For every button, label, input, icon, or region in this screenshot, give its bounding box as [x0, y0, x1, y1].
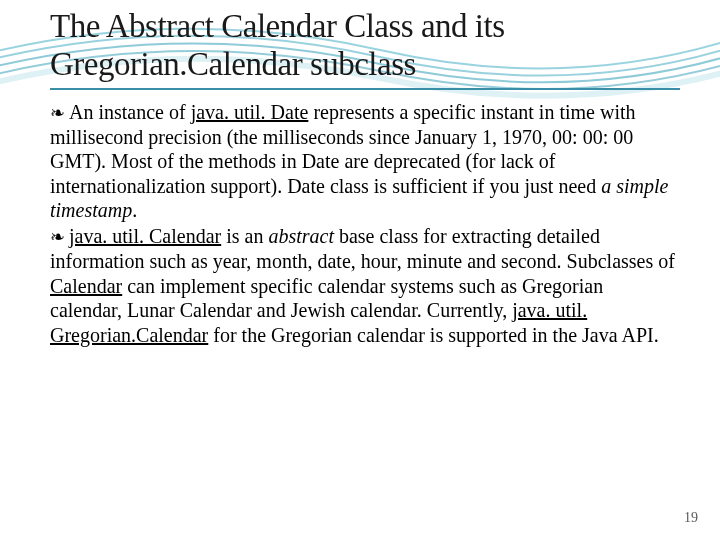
p2-text-d: for the Gregorian calendar is supported … [208, 324, 658, 346]
slide-title: The Abstract Calendar Class and its Greg… [50, 8, 680, 90]
slide-body: ❧An instance of java. util. Date represe… [50, 100, 680, 347]
paragraph-1: ❧An instance of java. util. Date represe… [50, 100, 680, 223]
p1-text-a: An instance of [69, 101, 191, 123]
bullet-icon: ❧ [50, 227, 65, 249]
p2-text-a: is an [221, 225, 268, 247]
p1-underline-1: java. util. Date [191, 101, 309, 123]
paragraph-2: ❧java. util. Calendar is an abstract bas… [50, 224, 680, 347]
p1-text-c: . [132, 199, 137, 221]
p2-italic-1: abstract [268, 225, 334, 247]
bullet-icon: ❧ [50, 103, 65, 125]
slide-content: The Abstract Calendar Class and its Greg… [0, 0, 720, 347]
page-number: 19 [684, 510, 698, 526]
p2-underline-2: Calendar [50, 275, 122, 297]
p2-underline-1: java. util. Calendar [69, 225, 221, 247]
